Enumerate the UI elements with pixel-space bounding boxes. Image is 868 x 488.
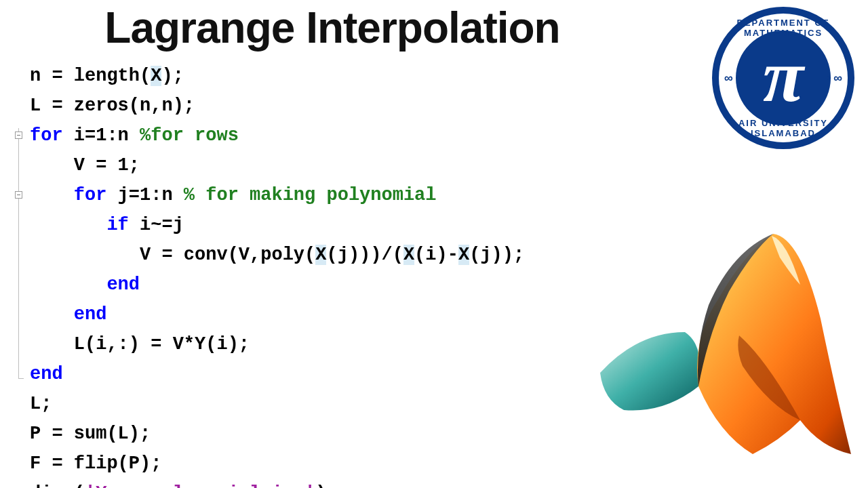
code-line: V = conv(V,poly(X(j)))/(X(i)-X(j)); xyxy=(30,240,524,270)
code-line: P = sum(L); xyxy=(30,419,151,449)
code-line: L(i,:) = V*Y(i); xyxy=(30,329,250,359)
fold-icon[interactable] xyxy=(15,191,22,199)
matlab-logo-icon xyxy=(597,230,854,461)
code-line: if i~=j xyxy=(30,210,184,240)
code-line: V = 1; xyxy=(30,150,140,180)
code-line: disp('Your polynomial is:') xyxy=(30,479,326,488)
code-line: F = flip(P); xyxy=(30,449,161,479)
logo-top-text: DEPARTMENT OF MATHEMATICS xyxy=(719,18,848,38)
department-logo: DEPARTMENT OF MATHEMATICS AIR UNIVERSITY… xyxy=(712,7,854,149)
infinity-icon: ∞ xyxy=(833,71,842,85)
code-line: L; xyxy=(30,389,52,419)
infinity-icon: ∞ xyxy=(724,71,733,85)
code-line: L = zeros(n,n); xyxy=(30,91,195,121)
code-line: end xyxy=(30,270,140,300)
code-block: n = length(X); L = zeros(n,n); for i=1:n… xyxy=(0,61,610,488)
page-title: Lagrange Interpolation xyxy=(0,3,665,53)
code-line: for i=1:n %for rows xyxy=(30,121,239,150)
fold-icon[interactable] xyxy=(15,131,22,139)
code-line: end xyxy=(30,300,106,329)
code-line: end xyxy=(30,359,63,389)
code-line: for j=1:n % for making polynomial xyxy=(30,180,437,210)
code-line: n = length(X); xyxy=(30,61,184,91)
logo-bottom-text: AIR UNIVERSITY ISLAMABAD xyxy=(719,118,848,138)
